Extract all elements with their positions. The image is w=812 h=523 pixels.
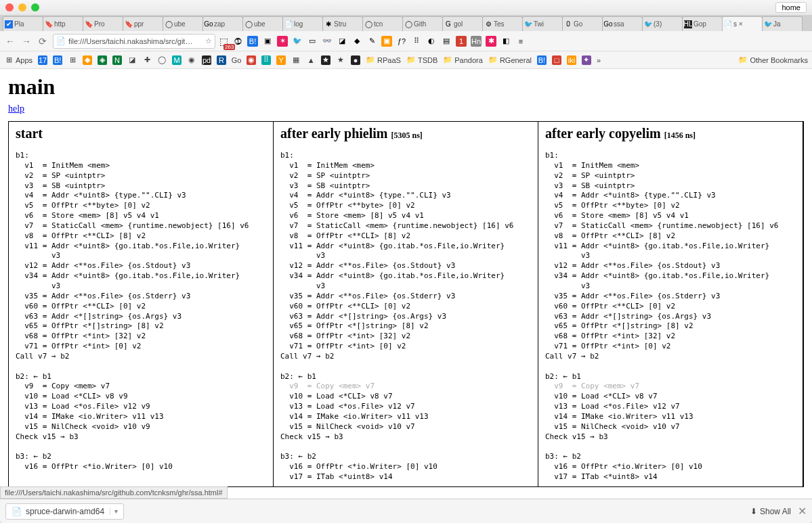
tab-favicon: 📄 (724, 20, 732, 28)
browser-tab[interactable]: ✱Stru (322, 16, 363, 31)
browser-tab[interactable]: 🐦(3) (642, 16, 683, 31)
bookmark-item[interactable]: ⊞Apps (4, 55, 33, 65)
extension-icon[interactable]: ✎ (366, 36, 377, 47)
home-button[interactable]: home (775, 2, 807, 13)
show-all-downloads-button[interactable]: ⬇ Show All (750, 507, 791, 516)
bookmark-icon: ⊞ (68, 55, 77, 65)
bookmark-item[interactable]: ▲ (306, 55, 316, 65)
tab-favicon: G (444, 20, 452, 28)
browser-tab[interactable]: Gossa (602, 16, 643, 31)
extension-icon[interactable]: ✶ (277, 36, 288, 47)
tab-favicon: 0 (564, 20, 572, 28)
forward-button[interactable]: → (20, 36, 33, 47)
back-button[interactable]: ← (4, 36, 16, 47)
bookmark-item[interactable]: ● (351, 55, 360, 65)
browser-tab[interactable]: ⚙Tes (482, 16, 523, 31)
extension-icon[interactable]: B! (247, 36, 258, 47)
extension-icon[interactable]: Hn (471, 36, 482, 47)
tab-favicon: 🔖 (85, 20, 93, 28)
bookmark-icon: ✚ (142, 55, 152, 65)
other-bookmarks[interactable]: 📁Other Bookmarks (738, 55, 808, 64)
bookmark-folder[interactable]: 📁RPaaS (366, 55, 401, 64)
extension-icon[interactable]: ƒ? (396, 36, 407, 47)
browser-tab[interactable]: ◯tcn (362, 16, 403, 31)
browser-tab[interactable]: 🔖http (43, 16, 83, 31)
browser-tab[interactable]: 🐦Ja (762, 16, 803, 31)
browser-tab[interactable]: Gozap (202, 16, 243, 31)
traffic-lights (5, 3, 39, 12)
bookmark-item[interactable]: ⠿ (261, 55, 271, 65)
status-bar: file:///Users/taichi.nakashima/src/githu… (0, 486, 228, 499)
browser-tab[interactable]: Ggol (442, 16, 483, 31)
bookmark-item[interactable]: ▦ (291, 55, 301, 65)
ssa-block: b1: v1 = InitMem <mem> v2 = SP <uintptr>… (280, 151, 531, 482)
bookmark-folder[interactable]: 📁RGeneral (488, 55, 532, 64)
bookmark-item[interactable]: R (217, 55, 226, 65)
address-bar[interactable]: 📄 file:///Users/taichi.nakashima/src/git… (53, 34, 215, 49)
extension-icon[interactable]: ▣ (262, 36, 273, 47)
browser-tab[interactable]: 🔖Pro (83, 16, 123, 31)
window-zoom-button[interactable] (31, 3, 39, 12)
folder-icon: 📁 (738, 55, 748, 64)
bookmark-item[interactable]: ◆ (83, 55, 92, 65)
bookmark-item[interactable]: B! (537, 55, 547, 65)
close-download-shelf-button[interactable]: ✕ (798, 505, 807, 518)
bookmark-item[interactable]: ◈ (98, 55, 107, 65)
bookmark-item[interactable]: ◯ (157, 55, 167, 65)
browser-tab[interactable]: HLGop (682, 16, 723, 31)
bookmark-item[interactable]: ◉ (247, 55, 256, 65)
browser-tab[interactable]: 0Go (562, 16, 603, 31)
tab-label: Twi (534, 20, 544, 28)
extension-icon[interactable]: ⠿ (411, 36, 422, 47)
extension-icon[interactable]: ≡ (515, 36, 526, 47)
bookmark-folder[interactable]: 📁Pandora (443, 55, 483, 64)
browser-tab[interactable]: ◯Gith (402, 16, 443, 31)
bookmark-item[interactable]: pd (202, 55, 211, 65)
window-minimize-button[interactable] (18, 3, 26, 12)
extension-icon[interactable]: ◐ (426, 36, 437, 47)
bookmark-item[interactable]: ⊞ (68, 55, 77, 65)
bookmarks-overflow-icon[interactable]: » (597, 56, 601, 64)
bookmark-star-icon[interactable]: ☆ (205, 37, 212, 45)
browser-tab[interactable]: 📄s × (722, 16, 763, 31)
tab-label: ube (174, 20, 186, 28)
bookmark-item[interactable]: 17 (38, 55, 47, 65)
bookmark-item[interactable]: ✦ (582, 55, 591, 65)
bookmark-folder[interactable]: 📁TSDB (406, 55, 437, 64)
browser-tab[interactable]: ✔Pla (3, 16, 43, 31)
bookmark-item[interactable]: Y (276, 55, 286, 65)
extension-icon[interactable]: ▣ (381, 36, 392, 47)
extension-icon[interactable]: 🐦 (292, 36, 303, 47)
extension-icon[interactable]: ⬚ 263 (219, 35, 228, 47)
extension-icon[interactable]: ▭ (307, 36, 318, 47)
extension-icon[interactable]: ✱ (486, 36, 496, 47)
extension-icon[interactable]: 1 (456, 36, 467, 47)
bookmark-item[interactable]: ★ (321, 55, 330, 65)
browser-tab[interactable]: 🐦Twi (522, 16, 563, 31)
bookmark-item[interactable]: ◉ (187, 55, 196, 65)
bookmark-item[interactable]: ◪ (127, 55, 137, 65)
help-link[interactable]: help (8, 104, 24, 114)
bookmark-item[interactable]: Go (232, 55, 241, 65)
extension-icon[interactable]: ◆ (351, 36, 362, 47)
extension-icon[interactable]: ◧ (500, 36, 511, 47)
window-close-button[interactable] (5, 3, 14, 12)
bookmark-item[interactable]: iki (567, 55, 576, 65)
tab-label: tcn (374, 20, 383, 28)
download-menu-chevron-icon[interactable]: ▾ (110, 507, 118, 515)
browser-tab[interactable]: ◯ube (242, 16, 283, 31)
reload-button[interactable]: ⟳ (37, 36, 49, 47)
bookmark-item[interactable]: ✚ (142, 55, 152, 65)
extension-icon[interactable]: 👓 (322, 36, 333, 47)
download-item[interactable]: 📄 spruce-darwin-amd64 ▾ (5, 503, 124, 520)
browser-tab[interactable]: 🔖ppr (123, 16, 163, 31)
bookmark-item[interactable]: M (172, 55, 181, 65)
extension-icon[interactable]: ◪ (337, 36, 347, 47)
browser-tab[interactable]: 📄log (282, 16, 323, 31)
bookmark-item[interactable]: B! (53, 55, 62, 65)
bookmark-item[interactable]: ★ (336, 55, 345, 65)
bookmark-item[interactable]: N (112, 55, 122, 65)
bookmark-item[interactable]: □ (552, 55, 561, 65)
extension-icon[interactable]: ▤ (441, 36, 452, 47)
browser-tab[interactable]: ◯ube (163, 16, 203, 31)
